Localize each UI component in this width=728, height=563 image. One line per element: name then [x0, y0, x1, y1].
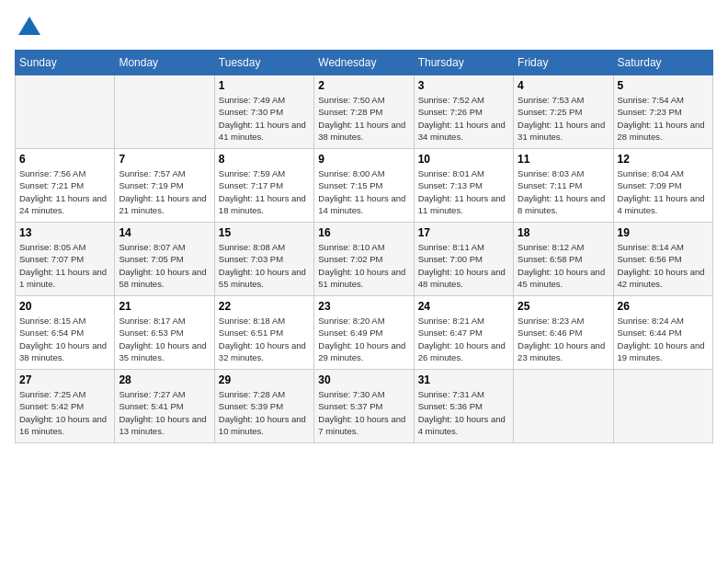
day-cell: 25Sunrise: 8:23 AMSunset: 6:46 PMDayligh… — [514, 296, 613, 370]
day-detail: Sunrise: 7:56 AMSunset: 7:21 PMDaylight:… — [19, 167, 110, 216]
day-number: 29 — [219, 373, 310, 386]
week-row-2: 6Sunrise: 7:56 AMSunset: 7:21 PMDaylight… — [16, 149, 713, 223]
day-number: 12 — [618, 153, 709, 166]
day-cell: 3Sunrise: 7:52 AMSunset: 7:26 PMDaylight… — [414, 75, 513, 149]
day-cell: 2Sunrise: 7:50 AMSunset: 7:28 PMDaylight… — [314, 75, 414, 149]
day-number: 20 — [19, 300, 110, 313]
day-cell: 17Sunrise: 8:11 AMSunset: 7:00 PMDayligh… — [414, 223, 513, 296]
day-header-monday: Monday — [115, 51, 214, 75]
day-header-wednesday: Wednesday — [314, 51, 414, 75]
day-cell: 14Sunrise: 8:07 AMSunset: 7:05 PMDayligh… — [115, 223, 214, 296]
day-number: 5 — [618, 79, 709, 92]
week-row-5: 27Sunrise: 7:25 AMSunset: 5:42 PMDayligh… — [16, 370, 713, 443]
day-cell: 7Sunrise: 7:57 AMSunset: 7:19 PMDaylight… — [115, 149, 214, 223]
day-detail: Sunrise: 8:12 AMSunset: 6:58 PMDaylight:… — [518, 241, 609, 290]
day-number: 19 — [618, 226, 709, 239]
day-cell: 31Sunrise: 7:31 AMSunset: 5:36 PMDayligh… — [414, 370, 513, 443]
week-row-1: 1Sunrise: 7:49 AMSunset: 7:30 PMDaylight… — [16, 75, 713, 149]
day-detail: Sunrise: 8:03 AMSunset: 7:11 PMDaylight:… — [518, 167, 609, 216]
day-number: 22 — [219, 300, 310, 313]
day-detail: Sunrise: 8:05 AMSunset: 7:07 PMDaylight:… — [19, 241, 110, 290]
day-cell: 20Sunrise: 8:15 AMSunset: 6:54 PMDayligh… — [16, 296, 115, 370]
day-cell: 5Sunrise: 7:54 AMSunset: 7:23 PMDaylight… — [613, 75, 712, 149]
day-cell: 6Sunrise: 7:56 AMSunset: 7:21 PMDaylight… — [16, 149, 115, 223]
day-cell: 10Sunrise: 8:01 AMSunset: 7:13 PMDayligh… — [414, 149, 513, 223]
day-number: 31 — [418, 373, 509, 386]
day-number: 15 — [219, 226, 310, 239]
day-cell: 27Sunrise: 7:25 AMSunset: 5:42 PMDayligh… — [16, 370, 115, 443]
day-number: 28 — [119, 373, 210, 386]
day-detail: Sunrise: 8:24 AMSunset: 6:44 PMDaylight:… — [618, 315, 709, 363]
day-cell — [16, 75, 115, 149]
day-header-friday: Friday — [514, 51, 613, 75]
day-cell: 28Sunrise: 7:27 AMSunset: 5:41 PMDayligh… — [115, 370, 214, 443]
logo — [15, 15, 42, 40]
header-row: SundayMondayTuesdayWednesdayThursdayFrid… — [16, 51, 713, 75]
day-cell: 1Sunrise: 7:49 AMSunset: 7:30 PMDaylight… — [214, 75, 313, 149]
day-detail: Sunrise: 8:04 AMSunset: 7:09 PMDaylight:… — [618, 167, 709, 216]
day-cell: 12Sunrise: 8:04 AMSunset: 7:09 PMDayligh… — [613, 149, 712, 223]
day-cell: 19Sunrise: 8:14 AMSunset: 6:56 PMDayligh… — [613, 223, 712, 296]
day-detail: Sunrise: 7:57 AMSunset: 7:19 PMDaylight:… — [119, 167, 210, 216]
day-cell — [613, 370, 712, 443]
day-detail: Sunrise: 8:23 AMSunset: 6:46 PMDaylight:… — [518, 315, 609, 363]
day-cell: 29Sunrise: 7:28 AMSunset: 5:39 PMDayligh… — [214, 370, 313, 443]
day-header-sunday: Sunday — [16, 51, 115, 75]
day-header-thursday: Thursday — [414, 51, 513, 75]
day-cell: 9Sunrise: 8:00 AMSunset: 7:15 PMDaylight… — [314, 149, 414, 223]
day-number: 24 — [418, 300, 509, 313]
day-detail: Sunrise: 7:30 AMSunset: 5:37 PMDaylight:… — [318, 388, 409, 437]
day-detail: Sunrise: 7:25 AMSunset: 5:42 PMDaylight:… — [19, 388, 110, 437]
day-cell — [115, 75, 214, 149]
day-cell: 18Sunrise: 8:12 AMSunset: 6:58 PMDayligh… — [514, 223, 613, 296]
day-detail: Sunrise: 8:00 AMSunset: 7:15 PMDaylight:… — [318, 167, 409, 216]
day-number: 4 — [518, 79, 609, 92]
day-number: 18 — [518, 226, 609, 239]
calendar-table: SundayMondayTuesdayWednesdayThursdayFrid… — [15, 50, 713, 443]
week-row-4: 20Sunrise: 8:15 AMSunset: 6:54 PMDayligh… — [16, 296, 713, 370]
day-number: 27 — [19, 373, 110, 386]
day-detail: Sunrise: 8:18 AMSunset: 6:51 PMDaylight:… — [219, 315, 310, 363]
week-row-3: 13Sunrise: 8:05 AMSunset: 7:07 PMDayligh… — [16, 223, 713, 296]
day-number: 6 — [19, 153, 110, 166]
day-cell: 26Sunrise: 8:24 AMSunset: 6:44 PMDayligh… — [613, 296, 712, 370]
day-detail: Sunrise: 8:07 AMSunset: 7:05 PMDaylight:… — [119, 241, 210, 290]
day-cell: 16Sunrise: 8:10 AMSunset: 7:02 PMDayligh… — [314, 223, 414, 296]
day-detail: Sunrise: 7:50 AMSunset: 7:28 PMDaylight:… — [318, 94, 409, 143]
day-cell: 15Sunrise: 8:08 AMSunset: 7:03 PMDayligh… — [214, 223, 313, 296]
day-detail: Sunrise: 8:21 AMSunset: 6:47 PMDaylight:… — [418, 315, 509, 363]
day-number: 30 — [318, 373, 409, 386]
day-detail: Sunrise: 7:49 AMSunset: 7:30 PMDaylight:… — [219, 94, 310, 143]
day-number: 13 — [19, 226, 110, 239]
day-detail: Sunrise: 7:31 AMSunset: 5:36 PMDaylight:… — [418, 388, 509, 437]
day-detail: Sunrise: 7:53 AMSunset: 7:25 PMDaylight:… — [518, 94, 609, 143]
day-header-tuesday: Tuesday — [214, 51, 313, 75]
day-cell: 8Sunrise: 7:59 AMSunset: 7:17 PMDaylight… — [214, 149, 313, 223]
day-cell: 22Sunrise: 8:18 AMSunset: 6:51 PMDayligh… — [214, 296, 313, 370]
day-detail: Sunrise: 8:11 AMSunset: 7:00 PMDaylight:… — [418, 241, 509, 290]
day-cell: 13Sunrise: 8:05 AMSunset: 7:07 PMDayligh… — [16, 223, 115, 296]
day-detail: Sunrise: 8:10 AMSunset: 7:02 PMDaylight:… — [318, 241, 409, 290]
logo-icon — [17, 15, 42, 40]
svg-marker-0 — [18, 17, 40, 35]
day-cell: 24Sunrise: 8:21 AMSunset: 6:47 PMDayligh… — [414, 296, 513, 370]
day-detail: Sunrise: 8:17 AMSunset: 6:53 PMDaylight:… — [119, 315, 210, 363]
day-cell: 4Sunrise: 7:53 AMSunset: 7:25 PMDaylight… — [514, 75, 613, 149]
day-number: 11 — [518, 153, 609, 166]
day-number: 17 — [418, 226, 509, 239]
day-detail: Sunrise: 7:28 AMSunset: 5:39 PMDaylight:… — [219, 388, 310, 437]
day-cell: 23Sunrise: 8:20 AMSunset: 6:49 PMDayligh… — [314, 296, 414, 370]
day-number: 16 — [318, 226, 409, 239]
day-detail: Sunrise: 8:15 AMSunset: 6:54 PMDaylight:… — [19, 315, 110, 363]
day-cell — [514, 370, 613, 443]
day-detail: Sunrise: 8:08 AMSunset: 7:03 PMDaylight:… — [219, 241, 310, 290]
day-number: 14 — [119, 226, 210, 239]
day-detail: Sunrise: 7:52 AMSunset: 7:26 PMDaylight:… — [418, 94, 509, 143]
day-detail: Sunrise: 8:14 AMSunset: 6:56 PMDaylight:… — [618, 241, 709, 290]
day-detail: Sunrise: 8:20 AMSunset: 6:49 PMDaylight:… — [318, 315, 409, 363]
day-number: 8 — [219, 153, 310, 166]
day-number: 21 — [119, 300, 210, 313]
day-detail: Sunrise: 7:27 AMSunset: 5:41 PMDaylight:… — [119, 388, 210, 437]
day-number: 7 — [119, 153, 210, 166]
day-detail: Sunrise: 7:59 AMSunset: 7:17 PMDaylight:… — [219, 167, 310, 216]
